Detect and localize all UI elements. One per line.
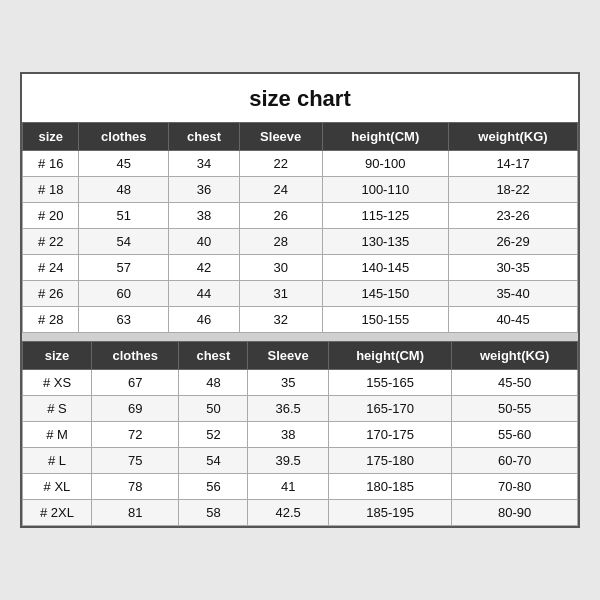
- table-cell: 32: [239, 307, 322, 333]
- table-cell: # 20: [23, 203, 79, 229]
- table-cell: 39.5: [248, 448, 329, 474]
- table-cell: 69: [91, 396, 178, 422]
- chart-container: size chart sizeclotheschestSleeveheight(…: [20, 72, 580, 528]
- table-cell: 35: [248, 370, 329, 396]
- size-table-2: sizeclotheschestSleeveheight(CM)weight(K…: [22, 341, 578, 526]
- table-cell: 35-40: [449, 281, 578, 307]
- table-row: # 26604431145-15035-40: [23, 281, 578, 307]
- table-cell: 63: [79, 307, 169, 333]
- table-cell: 81: [91, 500, 178, 526]
- table-cell: 40: [169, 229, 240, 255]
- table-row: # 18483624100-11018-22: [23, 177, 578, 203]
- table-cell: 42.5: [248, 500, 329, 526]
- table-row: # M725238170-17555-60: [23, 422, 578, 448]
- column-header: chest: [179, 342, 248, 370]
- table-cell: 140-145: [322, 255, 449, 281]
- table-cell: 23-26: [449, 203, 578, 229]
- table-cell: 48: [179, 370, 248, 396]
- table-row: # 2XL815842.5185-19580-90: [23, 500, 578, 526]
- column-header: clothes: [79, 123, 169, 151]
- table-cell: 52: [179, 422, 248, 448]
- table-cell: # XS: [23, 370, 92, 396]
- column-header: weight(KG): [449, 123, 578, 151]
- column-header: Sleeve: [239, 123, 322, 151]
- table-cell: 72: [91, 422, 178, 448]
- table-cell: 36.5: [248, 396, 329, 422]
- table-cell: 180-185: [328, 474, 451, 500]
- chart-title: size chart: [22, 74, 578, 122]
- table-cell: 54: [179, 448, 248, 474]
- column-header: size: [23, 123, 79, 151]
- table-row: # 24574230140-14530-35: [23, 255, 578, 281]
- table-cell: 155-165: [328, 370, 451, 396]
- column-header: chest: [169, 123, 240, 151]
- table-row: # S695036.5165-17050-55: [23, 396, 578, 422]
- table-cell: # 26: [23, 281, 79, 307]
- table-cell: 38: [248, 422, 329, 448]
- table-row: # XS674835155-16545-50: [23, 370, 578, 396]
- table-cell: 36: [169, 177, 240, 203]
- table-cell: 58: [179, 500, 248, 526]
- column-header: clothes: [91, 342, 178, 370]
- table-row: # XL785641180-18570-80: [23, 474, 578, 500]
- table-cell: 100-110: [322, 177, 449, 203]
- table-row: # 20513826115-12523-26: [23, 203, 578, 229]
- size-table-1: sizeclotheschestSleeveheight(CM)weight(K…: [22, 122, 578, 333]
- table-cell: # S: [23, 396, 92, 422]
- table-cell: 175-180: [328, 448, 451, 474]
- table-cell: 48: [79, 177, 169, 203]
- table-cell: 28: [239, 229, 322, 255]
- table-row: # 1645342290-10014-17: [23, 151, 578, 177]
- table-row: # 22544028130-13526-29: [23, 229, 578, 255]
- table-cell: 145-150: [322, 281, 449, 307]
- table-cell: 26: [239, 203, 322, 229]
- table-cell: 185-195: [328, 500, 451, 526]
- table-cell: # 16: [23, 151, 79, 177]
- table-cell: 31: [239, 281, 322, 307]
- table-cell: 14-17: [449, 151, 578, 177]
- table-cell: 54: [79, 229, 169, 255]
- table-row: # L755439.5175-18060-70: [23, 448, 578, 474]
- table-cell: 24: [239, 177, 322, 203]
- table-cell: 165-170: [328, 396, 451, 422]
- table-cell: 42: [169, 255, 240, 281]
- table-cell: # 24: [23, 255, 79, 281]
- column-header: height(CM): [328, 342, 451, 370]
- column-header: weight(KG): [452, 342, 578, 370]
- table-cell: 44: [169, 281, 240, 307]
- table-cell: 26-29: [449, 229, 578, 255]
- table-row: # 28634632150-15540-45: [23, 307, 578, 333]
- table-cell: 80-90: [452, 500, 578, 526]
- column-header: size: [23, 342, 92, 370]
- table-cell: 55-60: [452, 422, 578, 448]
- table-cell: 70-80: [452, 474, 578, 500]
- table-cell: 67: [91, 370, 178, 396]
- table-cell: 170-175: [328, 422, 451, 448]
- table-cell: 30-35: [449, 255, 578, 281]
- table-cell: 22: [239, 151, 322, 177]
- table-cell: 45: [79, 151, 169, 177]
- table-cell: 40-45: [449, 307, 578, 333]
- table-cell: # 28: [23, 307, 79, 333]
- table-cell: 60-70: [452, 448, 578, 474]
- table-cell: 51: [79, 203, 169, 229]
- table-cell: 34: [169, 151, 240, 177]
- table-cell: # L: [23, 448, 92, 474]
- table-cell: 45-50: [452, 370, 578, 396]
- table-cell: 115-125: [322, 203, 449, 229]
- table-cell: 30: [239, 255, 322, 281]
- table-cell: # 18: [23, 177, 79, 203]
- table-cell: 38: [169, 203, 240, 229]
- column-header: height(CM): [322, 123, 449, 151]
- table-cell: # 22: [23, 229, 79, 255]
- table-cell: # 2XL: [23, 500, 92, 526]
- section-divider: [22, 333, 578, 341]
- table-cell: 60: [79, 281, 169, 307]
- table-cell: 18-22: [449, 177, 578, 203]
- table-cell: 150-155: [322, 307, 449, 333]
- table-cell: 50-55: [452, 396, 578, 422]
- table-cell: 78: [91, 474, 178, 500]
- table-cell: 50: [179, 396, 248, 422]
- table-cell: 90-100: [322, 151, 449, 177]
- table-cell: 56: [179, 474, 248, 500]
